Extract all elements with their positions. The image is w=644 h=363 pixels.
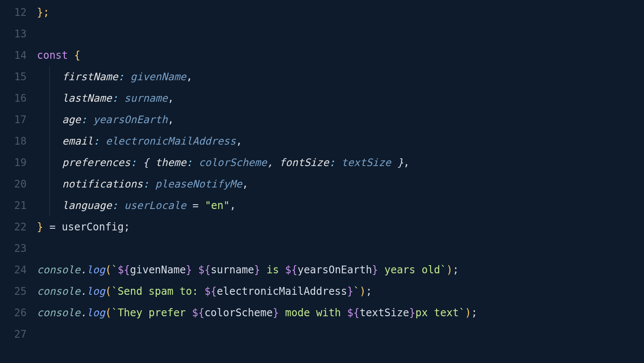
line-number: 21 xyxy=(0,200,29,212)
token-colon: : xyxy=(93,135,99,147)
code-content[interactable]: } = userConfig; xyxy=(29,221,130,233)
indent xyxy=(37,114,49,126)
line-number: 27 xyxy=(0,328,29,340)
line-number: 12 xyxy=(0,6,29,18)
indent xyxy=(50,92,62,104)
sp xyxy=(335,157,341,169)
token-colon: : xyxy=(186,157,192,169)
line-number: 23 xyxy=(0,242,29,254)
token-object: console xyxy=(37,285,80,297)
code-line[interactable]: 22 } = userConfig; xyxy=(0,216,644,238)
token-keyword: const xyxy=(37,49,68,61)
code-line[interactable]: 23 xyxy=(0,238,644,259)
indent xyxy=(37,157,49,169)
token-brace: } xyxy=(37,221,49,233)
token-colon: : xyxy=(118,71,124,83)
token-interp-open: ${ xyxy=(347,307,360,319)
code-content[interactable]: firstName: givenName, xyxy=(29,66,192,88)
indent xyxy=(37,178,49,190)
code-content[interactable]: email: electronicMailAddress, xyxy=(29,130,242,152)
code-content[interactable]: console.log(`They prefer ${colorScheme} … xyxy=(29,307,477,319)
token-identifier: colorScheme xyxy=(199,157,267,169)
line-number: 19 xyxy=(0,157,29,169)
code-line[interactable]: 24 console.log(`${givenName} ${surname} … xyxy=(0,259,644,281)
token-dot: . xyxy=(80,285,86,297)
token-paren: ( xyxy=(105,285,111,297)
code-line[interactable]: 12 }; xyxy=(0,2,644,23)
indent xyxy=(50,71,62,83)
code-content[interactable]: preferences: { theme: colorScheme, fontS… xyxy=(29,152,410,173)
code-line[interactable]: 25 console.log(`Send spam to: ${electron… xyxy=(0,281,644,302)
token-backtick: ` xyxy=(111,285,117,297)
token-comma: , xyxy=(167,114,173,126)
token-template-text: is xyxy=(260,264,285,276)
token-identifier: textSize xyxy=(341,157,391,169)
line-number: 26 xyxy=(0,307,29,319)
token-backtick: ` xyxy=(111,307,117,319)
token-identifier: givenName xyxy=(130,264,186,276)
code-line[interactable]: 14 const { xyxy=(0,45,644,66)
code-line[interactable]: 21 language: userLocale = "en", xyxy=(0,195,644,216)
indent xyxy=(37,71,49,83)
token-interp-close: } xyxy=(409,307,415,319)
token-backtick: ` xyxy=(440,264,446,276)
token-semi: ; xyxy=(453,264,459,276)
token-property: fontSize xyxy=(279,157,329,169)
token-identifier: textSize xyxy=(359,307,409,319)
code-content[interactable]: notifications: pleaseNotifyMe, xyxy=(29,173,248,195)
code-line[interactable]: 16 lastName: surname, xyxy=(0,88,644,109)
code-editor[interactable]: 12 }; 13 14 const { 15 firstName: givenN… xyxy=(0,0,644,345)
token-comma: , xyxy=(236,135,242,147)
token-paren: ) xyxy=(447,264,453,276)
code-line[interactable]: 17 age: yearsOnEarth, xyxy=(0,109,644,130)
sp xyxy=(273,157,279,169)
code-line[interactable]: 20 notifications: pleaseNotifyMe, xyxy=(0,173,644,195)
indent xyxy=(37,92,49,104)
code-content[interactable]: age: yearsOnEarth, xyxy=(29,109,174,130)
token-colon: : xyxy=(112,92,118,104)
token-function: log xyxy=(87,264,105,276)
code-line[interactable]: 27 xyxy=(0,324,644,345)
code-content[interactable]: console.log(`${givenName} ${surname} is … xyxy=(29,264,459,276)
token-function: log xyxy=(87,285,105,297)
indent xyxy=(37,200,49,212)
code-line[interactable]: 18 email: electronicMailAddress, xyxy=(0,130,644,152)
code-line[interactable]: 15 firstName: givenName, xyxy=(0,66,644,88)
code-content[interactable]: const { xyxy=(29,49,80,61)
token-colon: : xyxy=(143,178,149,190)
token-property: language xyxy=(62,200,112,212)
token-brace: }; xyxy=(37,6,49,18)
code-line[interactable]: 26 console.log(`They prefer ${colorSchem… xyxy=(0,302,644,324)
token-template-text xyxy=(192,264,198,276)
token-identifier: colorScheme xyxy=(204,307,273,319)
token-property: notifications xyxy=(62,178,143,190)
line-number: 20 xyxy=(0,178,29,190)
sp xyxy=(118,200,124,212)
indent xyxy=(50,178,62,190)
token-semi: ; xyxy=(471,307,477,319)
token-template-text: Send spam to: xyxy=(118,285,204,297)
token-interp-open: ${ xyxy=(192,307,204,319)
token-identifier: givenName xyxy=(131,71,186,83)
token-identifier: surname xyxy=(211,264,254,276)
token-comma: , xyxy=(267,157,273,169)
token-property: email xyxy=(62,135,93,147)
token-backtick: ` xyxy=(353,285,359,297)
code-content[interactable]: language: userLocale = "en", xyxy=(29,195,236,216)
code-content[interactable]: }; xyxy=(29,6,49,18)
token-identifier: electronicMailAddress xyxy=(106,135,236,147)
token-interp-open: ${ xyxy=(204,285,217,297)
line-number: 17 xyxy=(0,114,29,126)
code-line[interactable]: 13 xyxy=(0,23,644,45)
code-content[interactable]: console.log(`Send spam to: ${electronicM… xyxy=(29,285,372,297)
token-property: firstName xyxy=(62,71,118,83)
token-backtick: ` xyxy=(111,264,117,276)
line-number: 22 xyxy=(0,221,29,233)
token-interp-close: } xyxy=(372,264,378,276)
token-function: log xyxy=(87,307,105,319)
code-line[interactable]: 19 preferences: { theme: colorScheme, fo… xyxy=(0,152,644,173)
line-number: 25 xyxy=(0,285,29,297)
code-content[interactable]: lastName: surname, xyxy=(29,88,174,109)
token-brace: { xyxy=(143,157,155,169)
token-property: lastName xyxy=(62,92,112,104)
